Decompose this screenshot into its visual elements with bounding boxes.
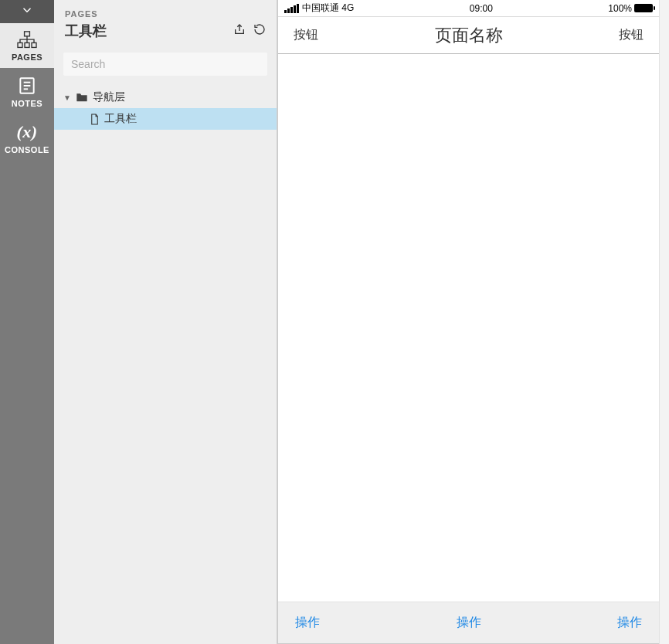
sitemap-icon <box>16 31 38 49</box>
variable-icon: (x) <box>0 122 54 142</box>
navbar-left-button[interactable]: 按钮 <box>294 27 318 43</box>
svg-rect-2 <box>25 42 29 47</box>
chevron-down-icon <box>20 3 34 17</box>
share-icon <box>233 23 246 36</box>
search-input[interactable] <box>63 53 267 76</box>
tree-page-label: 工具栏 <box>104 112 137 126</box>
clock-label: 09:00 <box>470 3 493 14</box>
page-title: 工具栏 <box>65 22 107 40</box>
sidebar-eyebrow: PAGES <box>65 9 266 19</box>
left-rail: PAGES NOTES (x) CONSOLE <box>0 0 54 644</box>
svg-rect-3 <box>32 42 36 47</box>
tabbar-item-2[interactable]: 操作 <box>457 615 481 631</box>
battery-label: 100% <box>608 3 632 14</box>
refresh-button[interactable] <box>253 23 266 39</box>
share-button[interactable] <box>233 23 246 39</box>
phone-frame: 中国联通 4G 09:00 100% 按钮 页面名称 按钮 操作 操作 操作 <box>277 0 660 644</box>
phone-tabbar: 操作 操作 操作 <box>278 602 659 643</box>
tabbar-item-1[interactable]: 操作 <box>295 615 320 631</box>
page-tree: ▼ 导航层 工具栏 <box>54 83 277 644</box>
page-icon <box>90 114 100 125</box>
rail-collapse[interactable] <box>0 0 54 23</box>
rail-label: PAGES <box>0 53 54 62</box>
tree-page[interactable]: 工具栏 <box>54 108 277 130</box>
phone-navbar: 按钮 页面名称 按钮 <box>278 17 659 54</box>
notes-icon <box>17 76 37 96</box>
tree-folder-label: 导航层 <box>93 90 125 104</box>
tree-folder[interactable]: ▼ 导航层 <box>54 86 277 108</box>
refresh-icon <box>253 23 266 36</box>
signal-icon <box>284 4 299 13</box>
svg-rect-1 <box>18 42 22 47</box>
phone-body <box>278 54 659 602</box>
phone-statusbar: 中国联通 4G 09:00 100% <box>278 0 659 17</box>
rail-item-console[interactable]: (x) CONSOLE <box>0 114 54 161</box>
rail-item-pages[interactable]: PAGES <box>0 23 54 68</box>
tabbar-item-3[interactable]: 操作 <box>617 615 642 631</box>
folder-icon <box>76 92 88 103</box>
caret-down-icon: ▼ <box>63 93 71 102</box>
battery-icon <box>634 4 653 12</box>
rail-label: NOTES <box>0 99 54 108</box>
navbar-right-button[interactable]: 按钮 <box>619 27 644 43</box>
rail-item-notes[interactable]: NOTES <box>0 68 54 114</box>
pages-sidebar: PAGES 工具栏 ▼ <box>54 0 277 644</box>
carrier-label: 中国联通 4G <box>302 2 354 15</box>
svg-rect-0 <box>25 32 30 36</box>
rail-label: CONSOLE <box>0 145 54 154</box>
navbar-title: 页面名称 <box>435 24 503 47</box>
canvas: 中国联通 4G 09:00 100% 按钮 页面名称 按钮 操作 操作 操作 <box>277 0 669 644</box>
